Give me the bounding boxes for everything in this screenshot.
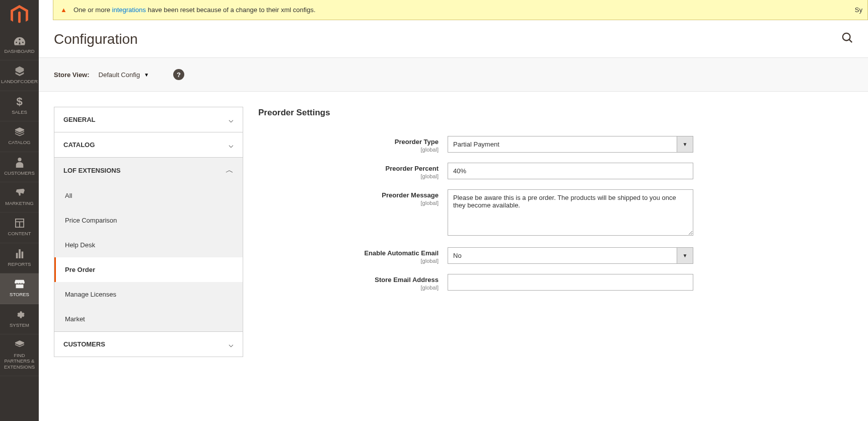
config-item-all[interactable]: All xyxy=(54,183,243,208)
label-enable-auto-email: Enable Automatic Email xyxy=(258,249,439,257)
config-section-label: CUSTOMERS xyxy=(63,340,105,348)
row-preorder-type: Preorder Type [global] Partial Payment ▼ xyxy=(258,136,853,153)
label-store-email: Store Email Address xyxy=(258,276,439,284)
label-preorder-message: Preorder Message xyxy=(258,191,439,199)
chevron-down-icon: ⌵ xyxy=(229,115,234,124)
partners-icon xyxy=(15,339,25,350)
nav-system[interactable]: SYSTEM xyxy=(0,304,39,334)
chevron-down-icon: ⌵ xyxy=(229,339,234,349)
scope-indicator: [global] xyxy=(258,147,439,153)
select-preorder-type-wrap: Partial Payment ▼ xyxy=(448,136,693,153)
label-col: Preorder Type [global] xyxy=(258,136,448,153)
customers-icon xyxy=(16,157,24,168)
catalog-icon xyxy=(15,126,25,137)
config-section-head-lof[interactable]: LOF EXTENSIONS ︿ xyxy=(54,158,243,183)
notice-text-suffix: have been reset because of a change to t… xyxy=(146,6,316,14)
select-enable-auto-email[interactable]: No xyxy=(448,247,693,264)
config-section-head-customers[interactable]: CUSTOMERS ⌵ xyxy=(54,332,243,357)
lof-icon xyxy=(15,65,25,77)
scope-value-text: Default Config xyxy=(99,71,140,79)
input-preorder-percent[interactable] xyxy=(448,163,693,179)
nav-partners[interactable]: FIND PARTNERS & EXTENSIONS xyxy=(0,334,39,376)
row-preorder-message: Preorder Message [global] xyxy=(258,189,853,237)
field-col xyxy=(448,163,693,179)
scope-switcher[interactable]: Default Config ▼ xyxy=(99,71,149,79)
reports-icon xyxy=(15,248,24,259)
nav-reports[interactable]: REPORTS xyxy=(0,243,39,273)
nav-sales[interactable]: $ SALES xyxy=(0,91,39,121)
nav-label: CUSTOMERS xyxy=(3,170,36,176)
help-icon[interactable]: ? xyxy=(173,69,184,80)
config-section-head-catalog[interactable]: CATALOG ⌵ xyxy=(54,132,243,157)
config-item-pre-order[interactable]: Pre Order xyxy=(54,257,243,282)
system-icon xyxy=(15,309,25,320)
input-store-email[interactable] xyxy=(448,274,693,291)
row-store-email: Store Email Address [global] xyxy=(258,274,853,291)
nav-label: STORES xyxy=(9,292,30,297)
search-icon[interactable] xyxy=(842,32,853,46)
form-title: Preorder Settings xyxy=(258,107,853,118)
field-col: Partial Payment ▼ xyxy=(448,136,693,153)
nav-label: LANDOFCODER xyxy=(0,79,39,84)
nav-catalog[interactable]: CATALOG xyxy=(0,121,39,152)
label-preorder-percent: Preorder Percent xyxy=(258,165,439,172)
nav-label: MARKETING xyxy=(4,200,34,206)
field-col: No ▼ xyxy=(448,247,693,264)
nav-stores[interactable]: STORES xyxy=(0,273,39,304)
nav-customers[interactable]: CUSTOMERS xyxy=(0,152,39,182)
scope-indicator: [global] xyxy=(258,200,439,206)
config-item-market[interactable]: Market xyxy=(54,307,243,331)
label-col: Preorder Message [global] xyxy=(258,189,448,206)
config-section-label: LOF EXTENSIONS xyxy=(63,167,120,174)
nav-content[interactable]: CONTENT xyxy=(0,213,39,243)
textarea-preorder-message[interactable] xyxy=(448,189,693,236)
magento-logo[interactable] xyxy=(0,0,39,30)
system-notice: ▲ One or more integrations have been res… xyxy=(53,0,868,20)
notice-sys: Sy xyxy=(855,6,862,14)
config-nav: GENERAL ⌵ CATALOG ⌵ LOF EXTENSIONS ︿ All… xyxy=(54,107,243,357)
nav-label: CONTENT xyxy=(7,231,32,236)
nav-label: SYSTEM xyxy=(9,322,30,328)
config-section-lof: LOF EXTENSIONS ︿ All Price Comparison He… xyxy=(54,158,243,332)
config-section-label: CATALOG xyxy=(63,141,95,149)
scope-indicator: [global] xyxy=(258,258,439,264)
warning-icon: ▲ xyxy=(60,6,67,14)
config-item-manage-licenses[interactable]: Manage Licenses xyxy=(54,282,243,307)
scope-indicator: [global] xyxy=(258,285,439,291)
header-tools xyxy=(842,32,853,46)
form-area: Preorder Settings Preorder Type [global]… xyxy=(258,107,853,301)
notice-integrations-link[interactable]: integrations xyxy=(112,6,146,14)
nav-marketing[interactable]: MARKETING xyxy=(0,182,39,213)
config-item-help-desk[interactable]: Help Desk xyxy=(54,233,243,257)
chevron-up-icon: ︿ xyxy=(226,165,234,176)
label-col: Enable Automatic Email [global] xyxy=(258,247,448,264)
nav-label: DASHBOARD xyxy=(3,48,35,54)
scope-indicator: [global] xyxy=(258,173,439,179)
row-enable-auto-email: Enable Automatic Email [global] No ▼ xyxy=(258,247,853,264)
content-icon xyxy=(15,218,24,229)
notice-text-prefix: One or more xyxy=(74,6,112,14)
nav-label: FIND PARTNERS & EXTENSIONS xyxy=(0,353,39,370)
scope-bar: Store View: Default Config ▼ ? xyxy=(39,57,868,92)
nav-landofcoder[interactable]: LANDOFCODER xyxy=(0,60,39,91)
config-items-lof: All Price Comparison Help Desk Pre Order… xyxy=(54,183,243,331)
config-section-catalog: CATALOG ⌵ xyxy=(54,132,243,158)
label-col: Store Email Address [global] xyxy=(258,274,448,291)
config-section-label: GENERAL xyxy=(63,116,96,123)
magento-logo-icon xyxy=(11,5,28,25)
label-preorder-type: Preorder Type xyxy=(258,138,439,146)
config-section-general: GENERAL ⌵ xyxy=(54,107,243,132)
nav-dashboard[interactable]: DASHBOARD xyxy=(0,30,39,60)
config-item-price-comparison[interactable]: Price Comparison xyxy=(54,208,243,233)
select-auto-email-wrap: No ▼ xyxy=(448,247,693,264)
nav-label: REPORTS xyxy=(7,261,32,267)
dashboard-icon xyxy=(14,35,25,46)
main-content: ▲ One or more integrations have been res… xyxy=(39,0,868,421)
sales-icon: $ xyxy=(16,96,22,107)
nav-label: CATALOG xyxy=(8,139,32,145)
marketing-icon xyxy=(15,187,25,198)
field-col xyxy=(448,274,693,291)
scope-label: Store View: xyxy=(54,71,90,79)
select-preorder-type[interactable]: Partial Payment xyxy=(448,136,693,153)
config-section-head-general[interactable]: GENERAL ⌵ xyxy=(54,107,243,132)
